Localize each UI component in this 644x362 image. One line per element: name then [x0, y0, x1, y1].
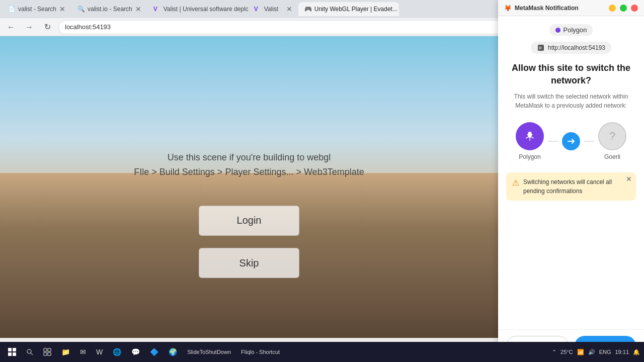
- chrome-taskbar[interactable]: 🌐: [109, 346, 125, 358]
- mm-to-label: Goerli: [604, 153, 620, 160]
- clock-time: 19:11: [615, 349, 629, 355]
- app-taskbar-2[interactable]: 🌍: [165, 346, 181, 358]
- svg-text:⚙: ⚙: [538, 46, 542, 50]
- slidetoshutdown-item[interactable]: SlideToShutDown: [183, 347, 235, 357]
- tab-2[interactable]: 🔍 valist.io - Search ✕: [71, 2, 147, 16]
- file-explorer-taskbar[interactable]: 📁: [57, 346, 74, 358]
- mm-warning-close-button[interactable]: ✕: [626, 175, 632, 183]
- mm-polygon-icon: [516, 122, 544, 150]
- tab-2-label: valist.io - Search: [88, 6, 132, 13]
- tab-2-close[interactable]: ✕: [135, 5, 141, 13]
- url-bar[interactable]: localhost:54193: [58, 20, 553, 34]
- mm-titlebar-left: 🦊 MetaMask Notification: [504, 5, 579, 12]
- svg-rect-6: [8, 352, 12, 356]
- mm-site-pill: ⚙ http://localhost:54193: [531, 42, 611, 54]
- fliqlo-label: Fliqlo - Shortcut: [241, 349, 280, 355]
- taskbar: 📁 ✉ W 🌐 💬 🔷 🌍 SlideToShutDown Fliqlo - S…: [0, 342, 644, 362]
- mm-warning-banner: ⚠ Switching networks will cancel all pen…: [506, 172, 636, 201]
- mm-arrow-line-2: [584, 141, 594, 142]
- instruction-line2: FIle > Build Settings > Player Settings.…: [0, 165, 498, 179]
- tab-1-favicon: 📄: [8, 6, 15, 13]
- tab-1-close[interactable]: ✕: [59, 5, 65, 13]
- mm-window-controls: — + ✕: [609, 5, 638, 12]
- back-button[interactable]: ←: [4, 20, 18, 34]
- mm-heading: Allow this site to switch the network?: [506, 62, 636, 87]
- mm-fox-icon: 🦊: [504, 5, 512, 12]
- svg-rect-5: [13, 348, 16, 351]
- mm-arrow-line-1: [548, 141, 558, 142]
- svg-rect-4: [8, 348, 12, 351]
- mm-current-network: Polygon: [564, 26, 587, 34]
- svg-rect-12: [44, 352, 47, 355]
- svg-rect-11: [48, 348, 51, 351]
- forward-button[interactable]: →: [22, 20, 36, 34]
- app-taskbar-1[interactable]: 🔷: [146, 346, 163, 358]
- mm-title: MetaMask Notification: [515, 5, 579, 12]
- instruction-line1: Use this scene if you're building to web…: [0, 150, 498, 165]
- mm-arrow-icon: [562, 132, 580, 150]
- skip-button[interactable]: Skip: [199, 248, 299, 278]
- tab-5-active[interactable]: 🎮 Unity WebGL Player | Evadet... ✕: [298, 2, 399, 16]
- network-icon[interactable]: 📶: [577, 349, 584, 355]
- mm-from-network-node: Polygon: [516, 122, 544, 160]
- mm-minimize-button[interactable]: —: [609, 5, 616, 12]
- word-taskbar[interactable]: W: [92, 346, 107, 358]
- metamask-popup: 🦊 MetaMask Notification — + ✕ Polygon ⚙ …: [498, 0, 644, 362]
- svg-rect-13: [48, 352, 51, 355]
- mm-network-pill: Polygon: [549, 24, 593, 36]
- unity-instruction-text: Use this scene if you're building to web…: [0, 150, 498, 179]
- tab-1[interactable]: 📄 valist - Search ✕: [2, 2, 71, 16]
- taskbar-clock: 19:11: [615, 349, 629, 355]
- login-button[interactable]: Login: [199, 206, 299, 236]
- tab-4-label: Valist: [264, 6, 278, 13]
- volume-icon[interactable]: 🔊: [588, 349, 595, 355]
- slidetoshutdown-label: SlideToShutDown: [187, 349, 231, 355]
- mm-site-icon: ⚙: [537, 44, 545, 52]
- mm-polygon-dot-icon: [555, 28, 560, 33]
- tab-4[interactable]: V Valist ✕: [248, 2, 298, 16]
- whatsapp-taskbar[interactable]: 💬: [127, 346, 144, 358]
- tab-3-label: Valist | Universal software deplo...: [164, 6, 248, 13]
- mm-site-url: http://localhost:54193: [548, 44, 605, 51]
- svg-point-8: [27, 349, 31, 353]
- svg-line-9: [31, 353, 33, 355]
- temperature: 25°C: [560, 349, 573, 355]
- refresh-button[interactable]: ↻: [40, 20, 54, 34]
- unity-content-area: Use this scene if you're building to web…: [0, 36, 498, 362]
- svg-rect-10: [44, 348, 47, 351]
- mm-network-flow: Polygon ? Goerli: [506, 122, 636, 160]
- taskbar-right: ⌃ 25°C 📶 🔊 ENG 19:11 🔔: [552, 349, 640, 355]
- search-taskbar[interactable]: [22, 346, 37, 357]
- mm-maximize-button[interactable]: +: [620, 5, 627, 12]
- notifications-button[interactable]: 🔔: [633, 349, 640, 355]
- task-view-button[interactable]: [39, 346, 55, 358]
- tab-2-favicon: 🔍: [77, 6, 85, 13]
- mm-warning-icon: ⚠: [512, 178, 519, 188]
- language: ENG: [599, 349, 611, 355]
- tab-5-favicon: 🎮: [304, 6, 311, 13]
- mm-titlebar: 🦊 MetaMask Notification — + ✕: [498, 0, 644, 16]
- mail-taskbar[interactable]: ✉: [76, 346, 90, 358]
- mm-from-label: Polygon: [519, 153, 540, 160]
- svg-rect-7: [13, 352, 16, 356]
- url-text: localhost:54193: [65, 23, 111, 31]
- tab-4-close[interactable]: ✕: [286, 5, 292, 13]
- tab-4-favicon: V: [254, 6, 261, 13]
- mm-description: This will switch the selected network wi…: [506, 92, 636, 110]
- tab-3-favicon: V: [153, 6, 160, 13]
- mm-goerli-icon: ?: [598, 122, 626, 150]
- mm-to-network-node: ? Goerli: [598, 122, 626, 160]
- mm-warning-text: Switching networks will cancel all pendi…: [523, 177, 630, 196]
- tab-1-label: valist - Search: [18, 6, 56, 13]
- tab-3[interactable]: V Valist | Universal software deplo... ✕: [147, 2, 248, 16]
- start-button[interactable]: [4, 346, 20, 358]
- unity-scene: Use this scene if you're building to web…: [0, 36, 498, 362]
- mm-close-button[interactable]: ✕: [631, 5, 638, 12]
- tab-5-label: Unity WebGL Player | Evadet...: [314, 6, 397, 13]
- mm-content: Polygon ⚙ http://localhost:54193 Allow t…: [498, 16, 644, 329]
- system-tray: ⌃: [552, 349, 556, 355]
- fliqlo-item[interactable]: Fliqlo - Shortcut: [237, 347, 284, 357]
